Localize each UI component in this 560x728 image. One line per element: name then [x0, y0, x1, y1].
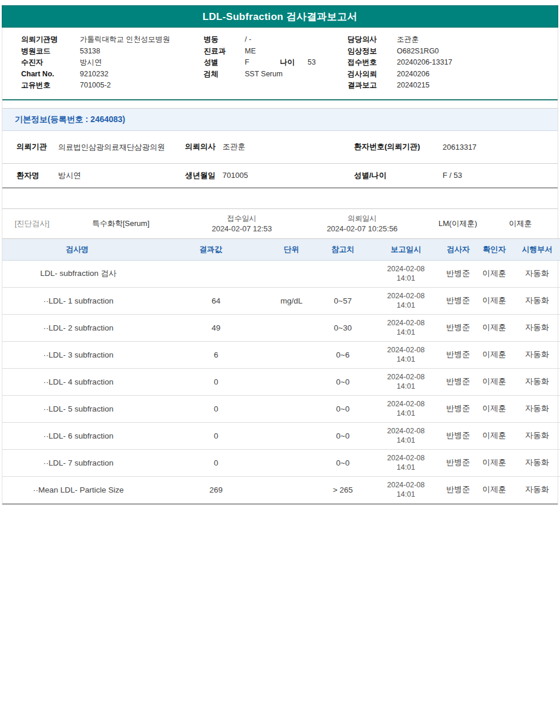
field-value: 20240215	[397, 80, 430, 92]
header-col-right: 담당의사조관훈 임상정보O682S1RG0 접수번호20240206-13317…	[348, 34, 558, 92]
reference-range: 0~0	[313, 422, 372, 449]
test-name: ··LDL- 1 subfraction	[2, 287, 152, 314]
field-value: 방시연	[80, 57, 102, 69]
col-header-result: 결과값	[152, 238, 269, 260]
confirmer: 이제훈	[477, 422, 512, 449]
field-value: 53138	[80, 46, 100, 58]
result-row: ··LDL- 1 subfraction 64 mg/dL 0~57 2024-…	[2, 287, 560, 314]
unit	[269, 422, 313, 449]
confirmer: 이제훈	[477, 368, 512, 395]
field-label: Chart No.	[21, 69, 80, 80]
field-label: 접수번호	[348, 57, 397, 69]
confirmer: 이제훈	[477, 476, 512, 503]
receipt-time: 2024-02-07 12:53	[183, 224, 301, 234]
result-row: ··LDL- 3 subfraction 6 0~6 2024-02-0814:…	[2, 341, 560, 368]
test-type: 특수화학[Serum]	[92, 218, 183, 229]
field-value: 방시연	[58, 164, 171, 188]
department: 자동화	[512, 287, 560, 314]
field-value: 20240206-13317	[397, 57, 453, 69]
reference-range: 0~0	[313, 395, 372, 422]
header-field: 검사의뢰20240206	[348, 69, 558, 80]
field-label: 성별	[204, 57, 245, 69]
header-col-middle: 병동/ - 진료과ME 성별F나이53 검체SST Serum	[204, 34, 348, 92]
tester: 반병준	[440, 341, 477, 368]
confirmer: 이제훈	[477, 395, 512, 422]
header-field: 담당의사조관훈	[348, 34, 558, 46]
field-label: 의뢰의사	[171, 131, 222, 164]
header-field: 검체SST Serum	[204, 69, 348, 80]
result-row: ··Mean LDL- Particle Size 269 > 265 2024…	[2, 476, 560, 503]
col-header-confirmer: 확인자	[477, 238, 512, 260]
field-value: 9210232	[80, 69, 109, 80]
tester: 반병준	[440, 422, 477, 449]
reference-range: 0~30	[313, 314, 372, 341]
field-value: O682S1RG0	[397, 46, 439, 58]
receipt-datetime: 접수일시 2024-02-07 12:53	[183, 214, 301, 234]
request-time: 2024-02-07 10:25:56	[301, 224, 424, 234]
department: 자동화	[512, 341, 560, 368]
field-label: 고유번호	[21, 80, 80, 92]
report-datetime: 2024-02-0814:01	[372, 449, 440, 476]
header-field: 고유번호701005-2	[21, 80, 204, 92]
report-datetime: 2024-02-0814:01	[372, 368, 440, 395]
test-meta-row: [진단검사] 특수화학[Serum] 접수일시 2024-02-07 12:53…	[2, 208, 558, 238]
test-name: ··LDL- 7 subfraction	[2, 449, 152, 476]
tester: 반병준	[440, 260, 477, 287]
header-field: 의뢰기관명가톨릭대학교 인천성모병원	[21, 34, 204, 46]
unit	[269, 476, 313, 503]
request-datetime: 의뢰일시 2024-02-07 10:25:56	[301, 214, 424, 234]
report-datetime: 2024-02-0814:01	[372, 476, 440, 503]
header-field: 병동/ -	[204, 34, 348, 46]
field-label: 병동	[204, 34, 245, 46]
report-datetime: 2024-02-0814:01	[372, 314, 440, 341]
col-header-department: 시행부서	[512, 238, 560, 260]
field-value: F	[245, 57, 280, 69]
confirmer: 이제훈	[477, 287, 512, 314]
result-value	[152, 260, 269, 287]
result-value: 6	[152, 341, 269, 368]
field-label: 의뢰기관	[2, 131, 58, 164]
result-value: 0	[152, 422, 269, 449]
field-label: 진료과	[204, 46, 245, 58]
tester: 반병준	[440, 449, 477, 476]
department: 자동화	[512, 395, 560, 422]
header-field: Chart No.9210232	[21, 69, 204, 80]
report-datetime: 2024-02-0814:01	[372, 422, 440, 449]
result-row: ··LDL- 5 subfraction 0 0~0 2024-02-0814:…	[2, 395, 560, 422]
department: 자동화	[512, 476, 560, 503]
department: 자동화	[512, 449, 560, 476]
test-name: LDL- subfraction 검사	[2, 260, 152, 287]
result-row: ··LDL- 6 subfraction 0 0~0 2024-02-0814:…	[2, 422, 560, 449]
header-field: 수진자방시연	[21, 57, 204, 69]
field-value: 의료법인삼광의료재단삼광의원	[58, 131, 171, 164]
col-header-reference: 참고치	[313, 238, 372, 260]
field-label: 생년월일	[171, 164, 222, 188]
unit	[269, 449, 313, 476]
reference-range: 0~0	[313, 368, 372, 395]
report-title-bar: LDL-Subfraction 검사결과보고서	[2, 5, 558, 28]
test-category: [진단검사]	[2, 218, 92, 229]
patient-header: 의뢰기관명가톨릭대학교 인천성모병원 병원코드53138 수진자방시연 Char…	[2, 28, 558, 99]
field-value: 701005	[222, 164, 340, 188]
spacer	[2, 188, 558, 208]
field-label: 검사의뢰	[348, 69, 397, 80]
report-page: LDL-Subfraction 검사결과보고서 의뢰기관명가톨릭대학교 인천성모…	[0, 0, 560, 505]
tester: 반병준	[440, 476, 477, 503]
result-row: ··LDL- 2 subfraction 49 0~30 2024-02-081…	[2, 314, 560, 341]
tester: 반병준	[440, 287, 477, 314]
header-field: 결과보고20240215	[348, 80, 558, 92]
result-value: 0	[152, 395, 269, 422]
result-row: ··LDL- 7 subfraction 0 0~0 2024-02-0814:…	[2, 449, 560, 476]
field-label: 결과보고	[348, 80, 397, 92]
test-name: ··LDL- 2 subfraction	[2, 314, 152, 341]
reference-range: 0~57	[313, 287, 372, 314]
field-label: 담당의사	[348, 34, 397, 46]
divider	[2, 99, 558, 100]
field-value: ME	[245, 46, 256, 58]
field-label: 임상정보	[348, 46, 397, 58]
field-value: 가톨릭대학교 인천성모병원	[80, 34, 170, 46]
receipt-label: 접수일시	[183, 214, 301, 224]
results-table-wrap: 검사명 결과값 단위 참고치 보고일시 검사자 확인자 시행부서 LDL- su…	[2, 238, 558, 505]
unit	[269, 395, 313, 422]
field-value: 20240206	[397, 69, 430, 80]
